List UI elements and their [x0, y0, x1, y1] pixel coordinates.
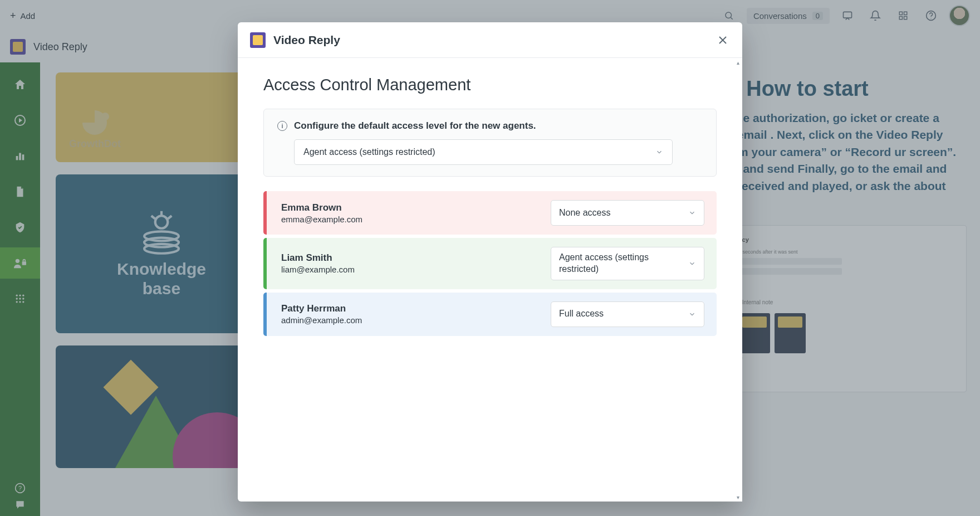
agent-email: emma@example.com [281, 215, 362, 224]
close-icon[interactable] [716, 33, 730, 47]
agent-access-value: None access [559, 207, 688, 219]
agent-email: liam@example.com [281, 265, 355, 274]
default-access-value: Agent access (settings restricted) [303, 147, 435, 157]
modal-logo-icon [250, 32, 266, 48]
agent-row: Emma Brown emma@example.com None access [263, 191, 717, 235]
agent-name: Patty Herrman [281, 303, 362, 314]
default-access-block: i Configure the default access level for… [263, 109, 717, 177]
agent-access-select[interactable]: Agent access (settings restricted) [551, 247, 704, 280]
scroll-up-icon[interactable]: ▴ [733, 58, 742, 67]
agent-access-select[interactable]: Full access [551, 301, 704, 327]
scroll-down-icon[interactable]: ▾ [733, 493, 742, 502]
modal-scrollbar[interactable]: ▴ ▾ [733, 58, 742, 502]
default-access-select[interactable]: Agent access (settings restricted) [294, 139, 673, 165]
agent-email: admin@example.com [281, 315, 362, 325]
modal-title: Video Reply [273, 33, 340, 47]
modal-scroll-area: Access Control Management i Configure th… [238, 58, 742, 502]
modal-heading: Access Control Management [263, 76, 717, 94]
agent-access-value: Agent access (settings restricted) [559, 252, 688, 275]
chevron-down-icon [688, 310, 696, 318]
agent-access-value: Full access [559, 308, 688, 320]
chevron-down-icon [655, 148, 663, 156]
access-control-modal: Video Reply Access Control Management i … [238, 22, 742, 502]
agent-row: Patty Herrman admin@example.com Full acc… [263, 293, 717, 336]
agent-name: Emma Brown [281, 202, 362, 213]
agent-name: Liam Smith [281, 252, 355, 264]
chevron-down-icon [688, 209, 696, 217]
chevron-down-icon [688, 260, 696, 267]
default-access-info: Configure the default access level for t… [294, 120, 536, 132]
agent-row: Liam Smith liam@example.com Agent access… [263, 238, 717, 289]
agent-access-select[interactable]: None access [551, 200, 704, 226]
modal-header: Video Reply [238, 22, 742, 58]
info-icon: i [277, 121, 287, 131]
